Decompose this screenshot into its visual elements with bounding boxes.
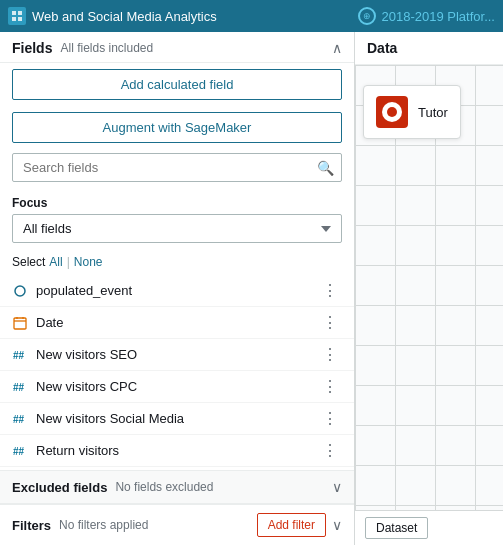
card-logo-inner [382,102,402,122]
fields-title: Fields [12,40,52,56]
app-title: Web and Social Media Analytics [32,9,217,24]
search-icon: 🔍 [317,160,334,176]
field-menu-icon[interactable]: ⋮ [318,345,342,364]
add-filter-button[interactable]: Add filter [257,513,326,537]
fields-header-left: Fields All fields included [12,40,153,56]
fields-chevron-icon[interactable]: ∧ [332,40,342,56]
app-icon [8,7,26,25]
card-logo [376,96,408,128]
filters-chevron-icon[interactable]: ∨ [332,517,342,533]
add-calculated-button[interactable]: Add calculated field [12,69,342,100]
focus-label: Focus [12,196,342,210]
topbar: Web and Social Media Analytics ⊕ 2018-20… [0,0,503,32]
dimension-icon [12,283,28,299]
list-item: ## New visitors SEO ⋮ [0,339,354,371]
date-icon [12,315,28,331]
field-name: New visitors CPC [36,379,137,394]
grid-area: Tutor [355,65,503,510]
svg-text:##: ## [13,350,25,361]
search-container: 🔍 [12,153,342,182]
excluded-subtitle: No fields excluded [115,480,213,494]
platform-label: 2018-2019 Platfor... [382,9,495,24]
select-all-link[interactable]: All [49,255,62,269]
svg-rect-1 [18,11,22,15]
right-panel: Data Tutor Dataset [355,32,503,545]
list-item: ## New visitors Social Media ⋮ [0,403,354,435]
focus-dropdown[interactable]: All fields [12,214,342,243]
field-name: Date [36,315,63,330]
field-menu-icon[interactable]: ⋮ [318,281,342,300]
field-name: populated_event [36,283,132,298]
card-text: Tutor [418,105,448,120]
field-list: populated_event ⋮ Date ⋮ ## N [0,275,354,470]
data-label: Data [355,32,503,65]
filters-title: Filters [12,518,51,533]
svg-rect-5 [14,318,26,329]
filters-subtitle: No filters applied [59,518,148,532]
filters-section: Filters No filters applied Add filter ∨ [0,504,354,545]
topbar-left: Web and Social Media Analytics [8,7,217,25]
field-name: New visitors SEO [36,347,137,362]
fields-subtitle: All fields included [60,41,153,55]
dataset-tab[interactable]: Dataset [365,517,428,539]
svg-rect-0 [12,11,16,15]
field-name: Return visitors [36,443,119,458]
field-menu-icon[interactable]: ⋮ [318,377,342,396]
list-item: ## Return visitors ⋮ [0,435,354,467]
measure-icon: ## [12,443,28,459]
list-item: Date ⋮ [0,307,354,339]
excluded-title: Excluded fields [12,480,107,495]
left-panel: Fields All fields included ∧ Add calcula… [0,32,355,545]
main-layout: Fields All fields included ∧ Add calcula… [0,32,503,545]
select-row: Select All | None [0,251,354,275]
select-none-link[interactable]: None [74,255,103,269]
select-label: Select [12,255,45,269]
card-logo-dot [387,107,397,117]
excluded-chevron-icon[interactable]: ∨ [332,479,342,495]
bottom-bar: Dataset [355,510,503,545]
excluded-fields-header: Excluded fields No fields excluded ∨ [0,470,354,504]
focus-section: Focus All fields [0,190,354,251]
measure-icon: ## [12,347,28,363]
field-menu-icon[interactable]: ⋮ [318,409,342,428]
field-menu-icon[interactable]: ⋮ [318,313,342,332]
fields-header: Fields All fields included ∧ [0,32,354,63]
measure-icon: ## [12,411,28,427]
measure-icon: ## [12,379,28,395]
field-name: New visitors Social Media [36,411,184,426]
svg-text:##: ## [13,382,25,393]
dataset-card[interactable]: Tutor [363,85,461,139]
select-divider: | [67,255,70,269]
svg-point-4 [15,286,25,296]
field-menu-icon[interactable]: ⋮ [318,441,342,460]
svg-rect-2 [12,17,16,21]
svg-text:##: ## [13,414,25,425]
augment-sagemaker-button[interactable]: Augment with SageMaker [12,112,342,143]
list-item: ## New visitors CPC ⋮ [0,371,354,403]
svg-rect-3 [18,17,22,21]
search-input[interactable] [12,153,342,182]
platform-icon: ⊕ [358,7,376,25]
topbar-right[interactable]: ⊕ 2018-2019 Platfor... [358,7,495,25]
svg-text:##: ## [13,446,25,457]
list-item: populated_event ⋮ [0,275,354,307]
